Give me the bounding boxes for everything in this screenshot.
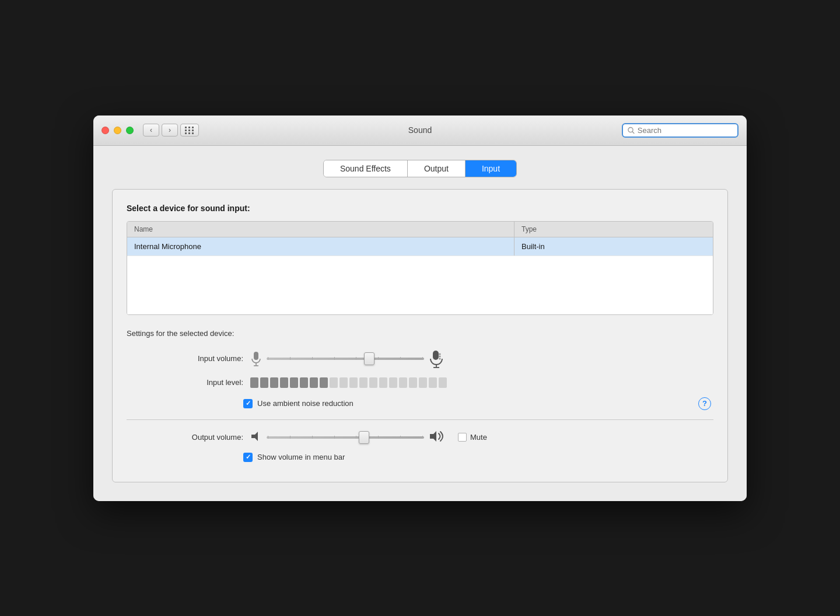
level-bar: [389, 377, 397, 388]
checkmark-icon: ✓: [246, 453, 251, 461]
noise-reduction-label: Use ambient noise reduction: [257, 399, 354, 408]
show-volume-row: ✓ Show volume in menu bar: [127, 453, 713, 462]
tab-input[interactable]: Input: [466, 160, 516, 177]
level-bar: [429, 377, 437, 388]
input-volume-thumb[interactable]: [364, 352, 374, 365]
svg-marker-12: [251, 432, 258, 441]
level-bar: [300, 377, 308, 388]
noise-reduction-checkbox[interactable]: ✓: [243, 399, 253, 408]
search-input[interactable]: [638, 126, 733, 135]
device-section-title: Select a device for sound input:: [127, 204, 713, 213]
forward-button[interactable]: ›: [162, 124, 178, 136]
output-volume-slider-container: Mute: [250, 429, 487, 446]
speaker-high-icon: [429, 429, 446, 446]
level-bar: [320, 377, 328, 388]
col-type-header: Type: [514, 222, 713, 237]
mic-high-icon: [429, 349, 444, 368]
input-level-meter: [250, 377, 447, 388]
tab-output[interactable]: Output: [408, 160, 466, 177]
table-empty-area: [127, 256, 713, 314]
output-volume-row: Output volume:: [127, 429, 713, 446]
speaker-low-icon: [250, 430, 262, 444]
tab-group: Sound Effects Output Input: [323, 160, 517, 177]
level-bar: [439, 377, 447, 388]
grid-icon: [185, 127, 194, 134]
settings-label: Settings for the selected device:: [127, 329, 713, 338]
svg-marker-13: [430, 431, 436, 442]
noise-reduction-row: ✓ Use ambient noise reduction ?: [127, 397, 713, 410]
svg-rect-2: [254, 352, 258, 360]
maximize-button[interactable]: [126, 127, 134, 134]
back-icon: ‹: [150, 126, 152, 134]
output-volume-thumb[interactable]: [359, 431, 369, 444]
content-area: Sound Effects Output Input Select a devi…: [93, 146, 747, 501]
device-type-cell: Built-in: [514, 237, 713, 256]
main-window: ‹ › Sound Sou: [93, 116, 747, 501]
divider: [127, 419, 713, 420]
level-bar: [250, 377, 258, 388]
level-bar: [330, 377, 338, 388]
grid-view-button[interactable]: [180, 124, 199, 136]
mic-low-icon: [250, 351, 262, 367]
input-volume-row: Input volume:: [127, 349, 713, 368]
mute-wrapper: Mute: [458, 433, 487, 442]
output-volume-label: Output volume:: [162, 433, 243, 442]
level-bar: [419, 377, 427, 388]
level-bar: [359, 377, 368, 388]
svg-point-9: [439, 353, 441, 355]
back-button[interactable]: ‹: [143, 124, 159, 136]
col-name-header: Name: [127, 222, 514, 237]
svg-rect-6: [433, 351, 439, 360]
device-table: Name Type Internal Microphone Built-in: [127, 221, 713, 315]
nav-buttons: ‹ ›: [143, 124, 178, 136]
tab-sound-effects[interactable]: Sound Effects: [324, 160, 408, 177]
input-volume-track[interactable]: [267, 358, 424, 360]
svg-line-1: [632, 131, 634, 133]
forward-icon: ›: [169, 126, 171, 134]
level-bar: [260, 377, 268, 388]
mute-checkbox[interactable]: [458, 433, 467, 442]
level-bar: [280, 377, 288, 388]
svg-point-11: [439, 358, 441, 359]
checkmark-icon: ✓: [246, 400, 251, 407]
table-body: Internal Microphone Built-in: [127, 237, 713, 314]
input-volume-label: Input volume:: [162, 354, 243, 363]
level-bar: [349, 377, 358, 388]
help-button[interactable]: ?: [698, 397, 711, 410]
table-header: Name Type: [127, 222, 713, 237]
settings-panel: Select a device for sound input: Name Ty…: [112, 189, 728, 482]
input-level-label: Input level:: [162, 378, 243, 387]
level-bar: [409, 377, 417, 388]
level-bar: [270, 377, 278, 388]
search-box[interactable]: [622, 123, 738, 138]
tab-bar: Sound Effects Output Input: [112, 160, 728, 177]
output-volume-track[interactable]: [267, 436, 424, 439]
level-bar: [290, 377, 298, 388]
traffic-lights: [102, 127, 134, 134]
level-bar: [399, 377, 407, 388]
level-bar: [369, 377, 377, 388]
level-bar: [310, 377, 318, 388]
table-row[interactable]: Internal Microphone Built-in: [127, 237, 713, 256]
window-title: Sound: [408, 125, 432, 135]
search-icon: [628, 127, 635, 134]
input-level-row: Input level:: [127, 377, 713, 388]
minimize-button[interactable]: [114, 127, 121, 134]
close-button[interactable]: [102, 127, 109, 134]
device-name-cell: Internal Microphone: [127, 237, 514, 256]
show-volume-checkbox[interactable]: ✓: [243, 453, 253, 462]
mute-label: Mute: [470, 433, 487, 442]
titlebar: ‹ › Sound: [93, 116, 747, 146]
level-bar: [379, 377, 387, 388]
level-bar: [340, 377, 348, 388]
svg-point-10: [439, 355, 441, 357]
show-volume-label: Show volume in menu bar: [257, 453, 345, 461]
input-volume-slider-container: [250, 349, 444, 368]
